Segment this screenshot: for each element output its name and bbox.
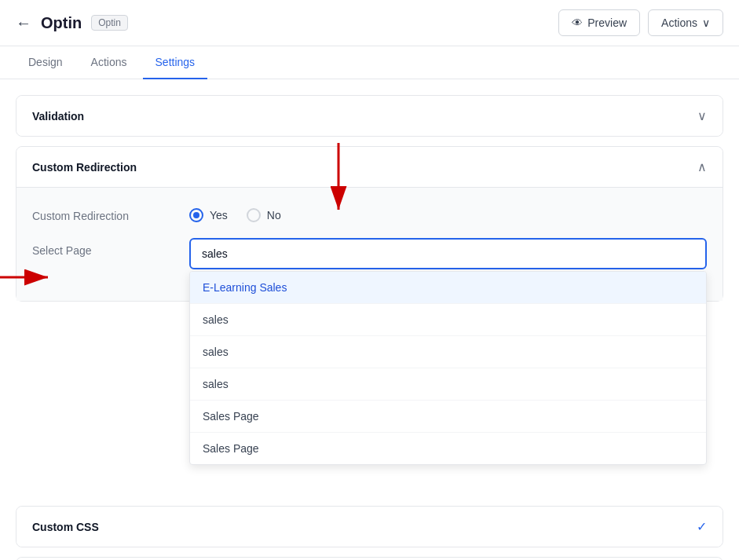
tab-actions[interactable]: Actions bbox=[79, 46, 140, 79]
custom-redirection-title: Custom Redirection bbox=[32, 161, 137, 174]
validation-title: Validation bbox=[32, 110, 84, 123]
radio-yes-label: Yes bbox=[210, 209, 228, 221]
radio-no-circle bbox=[247, 208, 261, 222]
custom-css-title: Custom CSS bbox=[32, 521, 99, 533]
custom-css-check-icon: ✓ bbox=[697, 519, 707, 534]
custom-redirection-section: Custom Redirection ∧ Custom Redirection bbox=[16, 146, 723, 302]
dropdown-item-sales-1[interactable]: sales bbox=[190, 304, 706, 336]
dropdown-item-sales-page-1[interactable]: Sales Page bbox=[190, 401, 706, 433]
radio-group: Yes No bbox=[189, 203, 707, 222]
validation-section-header[interactable]: Validation ∨ bbox=[16, 96, 723, 136]
preview-button[interactable]: 👁 Preview bbox=[558, 9, 640, 36]
radio-yes-circle bbox=[189, 208, 203, 222]
actions-label: Actions bbox=[661, 16, 697, 29]
page-badge: Optin bbox=[91, 15, 128, 31]
header: ← Optin Optin 👁 Preview Actions ∨ bbox=[0, 0, 739, 46]
tab-settings[interactable]: Settings bbox=[143, 46, 208, 79]
actions-button[interactable]: Actions ∨ bbox=[648, 9, 723, 36]
radio-yes[interactable]: Yes bbox=[189, 208, 228, 222]
radio-no[interactable]: No bbox=[247, 208, 281, 222]
actions-chevron-icon: ∨ bbox=[702, 16, 710, 29]
dropdown-item-elearning[interactable]: E-Learning Sales bbox=[190, 272, 706, 304]
custom-redirection-body: Custom Redirection Yes No bbox=[16, 188, 723, 301]
select-page-label: Select Page bbox=[32, 238, 189, 257]
radio-no-label: No bbox=[267, 209, 281, 221]
custom-redirection-header[interactable]: Custom Redirection ∧ bbox=[16, 147, 723, 188]
select-page-container: E-Learning Sales sales sales sales Sales… bbox=[189, 238, 707, 269]
preview-icon: 👁 bbox=[572, 16, 583, 29]
preview-label: Preview bbox=[587, 16, 627, 29]
page-title: Optin bbox=[41, 14, 82, 32]
custom-redirection-field: Custom Redirection Yes No bbox=[32, 203, 707, 222]
custom-css-section: Custom CSS ✓ bbox=[16, 506, 723, 547]
page-dropdown: E-Learning Sales sales sales sales Sales… bbox=[189, 271, 707, 465]
select-page-input[interactable] bbox=[189, 238, 707, 269]
tabs: Design Actions Settings bbox=[0, 46, 739, 79]
tab-design[interactable]: Design bbox=[16, 46, 75, 79]
back-button[interactable]: ← bbox=[16, 14, 31, 32]
header-actions: 👁 Preview Actions ∨ bbox=[558, 9, 723, 36]
custom-redirection-control: Yes No bbox=[189, 203, 707, 222]
dropdown-item-sales-page-2[interactable]: Sales Page bbox=[190, 433, 706, 464]
custom-css-header[interactable]: Custom CSS ✓ bbox=[16, 507, 723, 547]
dropdown-item-sales-3[interactable]: sales bbox=[190, 368, 706, 401]
custom-redirection-chevron-icon: ∧ bbox=[697, 159, 707, 174]
arrow-annotation-dropdown bbox=[0, 254, 71, 301]
select-page-field: Select Page E-Learning Sales sales bbox=[32, 238, 707, 269]
validation-section: Validation ∨ bbox=[16, 95, 723, 137]
external-scripts-section: External Scripts ✓ bbox=[16, 557, 723, 560]
main-content: Validation ∨ Custom Redirection ∧ Custom… bbox=[0, 79, 739, 560]
dropdown-item-sales-2[interactable]: sales bbox=[190, 336, 706, 368]
validation-chevron-icon: ∨ bbox=[697, 108, 707, 123]
back-icon: ← bbox=[16, 14, 31, 32]
custom-redirection-label: Custom Redirection bbox=[32, 203, 189, 222]
